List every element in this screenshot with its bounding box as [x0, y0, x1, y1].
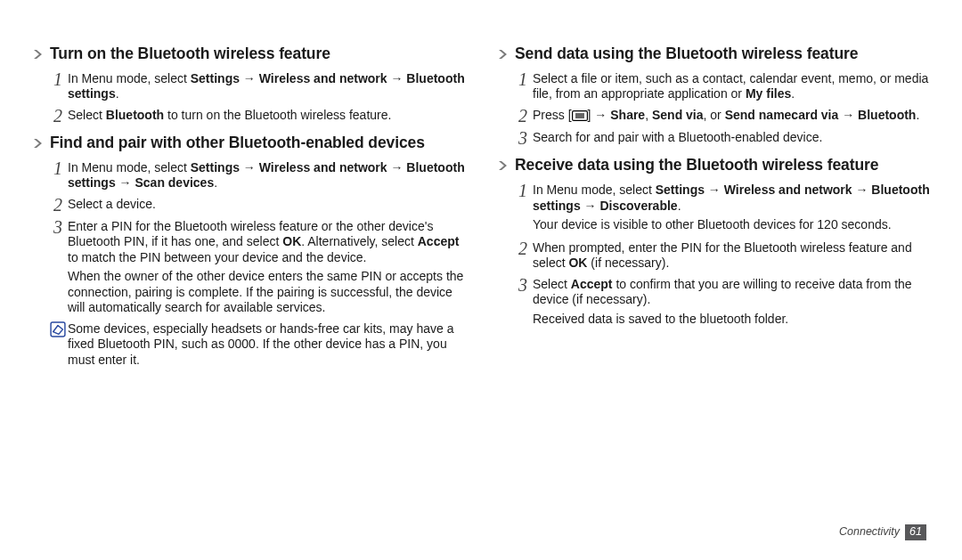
step-text: Select Bluetooth to turn on the Bluetoot…: [68, 106, 465, 124]
step-number: 2: [513, 239, 533, 257]
step-number: 2: [48, 106, 68, 125]
step-text: Select Accept to confirm that you are wi…: [533, 275, 930, 308]
step: 2 Press [ ] → Share, Send via, or Send n…: [513, 106, 930, 126]
step-sub-text: Your device is visible to other Bluetoot…: [533, 217, 930, 233]
section-heading: Receive data using the Bluetooth wireles…: [497, 156, 930, 175]
step-text: Enter a PIN for the Bluetooth wireless f…: [68, 217, 465, 266]
step: 3 Search for and pair with a Bluetooth-e…: [513, 128, 930, 147]
step: 1 In Menu mode, select Settings → Wirele…: [48, 158, 465, 191]
note: Some devices, especially headsets or han…: [48, 321, 465, 369]
section-title: Receive data using the Bluetooth wireles…: [515, 156, 878, 175]
step: 2 Select a device.: [48, 195, 465, 214]
step: 2 When prompted, enter the PIN for the B…: [513, 239, 930, 272]
step-number: 1: [513, 181, 533, 199]
page-footer: Connectivity 61: [839, 524, 926, 540]
step-number: 2: [513, 106, 533, 125]
footer-section: Connectivity: [839, 525, 900, 540]
step: 2 Select Bluetooth to turn on the Blueto…: [48, 106, 465, 125]
step-sub-text: Received data is saved to the bluetooth …: [533, 312, 930, 328]
step-text: In Menu mode, select Settings → Wireless…: [68, 69, 465, 102]
step-text: When prompted, enter the PIN for the Blu…: [533, 239, 930, 272]
step: 1 Select a file or item, such as a conta…: [513, 69, 930, 102]
step-number: 3: [48, 217, 68, 236]
step-text: In Menu mode, select Settings → Wireless…: [68, 158, 465, 191]
step-number: 1: [513, 69, 533, 88]
footer-page-number: 61: [905, 524, 926, 540]
chevron-icon: [497, 159, 510, 172]
note-text: Some devices, especially headsets or han…: [68, 321, 465, 369]
chevron-icon: [497, 48, 510, 61]
step: 3 Enter a PIN for the Bluetooth wireless…: [48, 217, 465, 266]
chevron-icon: [32, 137, 45, 150]
section-title: Find and pair with other Bluetooth-enabl…: [50, 134, 425, 153]
step-number: 3: [513, 275, 533, 294]
note-icon: [48, 321, 68, 342]
chevron-icon: [32, 48, 45, 61]
section-heading: Find and pair with other Bluetooth-enabl…: [32, 134, 465, 153]
step: 1 In Menu mode, select Settings → Wirele…: [48, 69, 465, 102]
section-heading: Send data using the Bluetooth wireless f…: [497, 45, 930, 64]
section-title: Send data using the Bluetooth wireless f…: [515, 45, 858, 64]
section-heading: Turn on the Bluetooth wireless feature: [32, 45, 465, 64]
menu-key-icon: [572, 110, 588, 126]
step: 1 In Menu mode, select Settings → Wirele…: [513, 181, 930, 214]
step-text: Press [ ] → Share, Send via, or Send nam…: [533, 106, 930, 126]
step-sub-text: When the owner of the other device enter…: [68, 269, 465, 316]
step-number: 2: [48, 195, 68, 214]
step-text: Select a device.: [68, 195, 465, 213]
section-title: Turn on the Bluetooth wireless feature: [50, 45, 330, 64]
step-number: 1: [48, 158, 68, 177]
step-text: In Menu mode, select Settings → Wireless…: [533, 181, 930, 214]
step-number: 3: [513, 128, 533, 147]
step: 3 Select Accept to confirm that you are …: [513, 275, 930, 308]
step-text: Search for and pair with a Bluetooth-ena…: [533, 128, 930, 146]
step-text: Select a file or item, such as a contact…: [533, 69, 930, 102]
step-number: 1: [48, 69, 68, 88]
